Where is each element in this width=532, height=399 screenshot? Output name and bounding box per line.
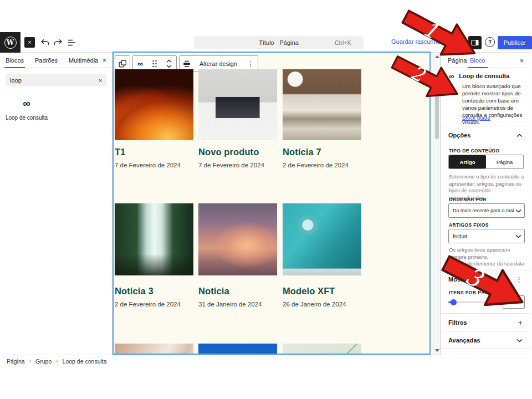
post-thumbnail-waterfall[interactable] xyxy=(115,203,193,275)
display-settings-icon xyxy=(182,59,192,69)
inserter-result-query-loop[interactable]: ∞ Loop de consulta xyxy=(3,98,50,121)
breadcrumb-separator-icon: › xyxy=(56,358,58,364)
chevron-down-icon xyxy=(515,209,521,213)
query-loop-icon: ∞ xyxy=(137,60,143,68)
divider xyxy=(441,126,530,126)
list-view-icon xyxy=(66,37,77,48)
block-search-box[interactable]: × xyxy=(6,74,106,86)
advanced-section-header[interactable]: Avançadas xyxy=(441,332,530,349)
post-thumbnail-fire[interactable] xyxy=(115,69,193,140)
query-loop-icon: ∞ xyxy=(3,98,50,109)
kebab-icon: ⋮ xyxy=(247,60,254,68)
post-thumbnail-sage-placeholder[interactable] xyxy=(283,344,361,355)
command-shortcut: Ctrl+K xyxy=(335,39,364,46)
close-sidebar-icon[interactable]: × xyxy=(520,57,524,65)
drag-dots-icon xyxy=(151,59,158,68)
content-type-option-artigo[interactable]: Artigo xyxy=(449,155,486,168)
wordpress-w-icon: W xyxy=(4,37,17,49)
close-icon: × xyxy=(28,39,31,45)
divider xyxy=(441,331,530,331)
chevron-down-icon xyxy=(515,234,521,238)
editor-canvas: ∞ Alterar design ⋮ xyxy=(112,52,431,355)
post-thumbnail-blue-sky[interactable] xyxy=(198,344,277,355)
content-type-label: TIPO DE CONTEÚDO xyxy=(449,148,532,154)
breadcrumb: Página › Grupo › Loop de consulta xyxy=(0,355,530,367)
block-guide-link[interactable]: Block guide xyxy=(462,115,532,121)
block-inserter-panel: Blocos Padrões Multimédia × × ∞ Loop de … xyxy=(0,53,112,355)
help-icon: ? xyxy=(488,39,492,45)
post-card xyxy=(115,344,193,355)
post-title[interactable]: T1 xyxy=(115,147,193,157)
post-date: 2 de Fevereiro de 2024 xyxy=(283,162,361,168)
clear-search-icon[interactable]: × xyxy=(94,77,106,84)
divider xyxy=(441,349,530,349)
filters-header-label: Filtros xyxy=(448,319,467,326)
chevron-down-icon xyxy=(516,339,523,342)
wordpress-block-editor: W × Título · Página Ctrl+K Guardar rascu… xyxy=(0,0,532,399)
post-title[interactable]: Notícia 3 xyxy=(115,286,193,296)
inserter-tabs: Blocos Padrões Multimédia × xyxy=(0,53,112,68)
chevron-up-icon xyxy=(516,134,523,137)
parent-block-icon xyxy=(117,59,127,69)
wordpress-logo[interactable]: W xyxy=(0,32,21,53)
post-title[interactable]: Modelo XFT xyxy=(283,286,361,296)
block-search-input[interactable] xyxy=(6,77,94,84)
post-card: Notícia 7 2 de Fevereiro de 2024 xyxy=(283,69,361,168)
order-by-value: Do mais recente para o mais antigo xyxy=(453,208,514,213)
move-up-down-icon xyxy=(165,59,173,69)
close-panel-icon[interactable]: × xyxy=(103,57,106,64)
close-inserter-button[interactable]: × xyxy=(24,37,35,48)
post-title[interactable]: Notícia xyxy=(198,286,277,296)
post-date: 31 de Janeiro de 2024 xyxy=(198,301,277,308)
post-thumbnail-teal-car[interactable] xyxy=(283,203,361,275)
sticky-posts-select[interactable]: Incluir xyxy=(448,229,525,243)
scroll-down-arrow-icon[interactable] xyxy=(435,349,439,352)
post-card: Novo produto 7 de Fevereiro de 2024 xyxy=(198,69,277,168)
post-date: 7 de Fevereiro de 2024 xyxy=(115,162,193,168)
breadcrumb-query-loop[interactable]: Loop de consulta xyxy=(63,358,107,365)
inserter-result-label: Loop de consulta xyxy=(3,114,50,121)
kebab-icon: ⋮ xyxy=(521,38,529,47)
tab-media[interactable]: Multimédia xyxy=(63,53,104,68)
post-card: T1 7 de Fevereiro de 2024 xyxy=(115,69,193,168)
sticky-posts-value: Incluir xyxy=(453,233,468,239)
content-type-option-pagina[interactable]: Página xyxy=(486,155,523,168)
post-date: 2 de Fevereiro de 2024 xyxy=(115,301,193,308)
help-button[interactable]: ? xyxy=(485,37,495,47)
undo-icon xyxy=(39,37,50,48)
post-date: 26 de Janeiro de 2024 xyxy=(283,301,361,308)
redo-icon xyxy=(53,37,64,48)
sticky-posts-label: ARTIGOS FIXOS xyxy=(449,222,532,228)
undo-button[interactable] xyxy=(39,37,51,49)
post-title[interactable]: Notícia 7 xyxy=(283,147,361,157)
options-menu-button[interactable]: ⋮ xyxy=(520,36,530,49)
breadcrumb-group[interactable]: Grupo xyxy=(35,358,52,365)
breadcrumb-separator-icon: › xyxy=(29,358,31,364)
post-card: Notícia 3 2 de Fevereiro de 2024 xyxy=(115,203,193,308)
options-section-header[interactable]: Opções xyxy=(441,127,530,144)
tab-blocks[interactable]: Blocos xyxy=(0,53,29,68)
post-card xyxy=(198,344,277,355)
redo-button[interactable] xyxy=(52,37,64,49)
content-type-toggle: Artigo Página xyxy=(448,155,524,169)
order-by-label: ORDENAR POR xyxy=(449,197,532,202)
breadcrumb-page[interactable]: Página xyxy=(7,358,25,365)
tab-patterns[interactable]: Padrões xyxy=(29,53,63,68)
post-thumbnail-beige-abstract[interactable] xyxy=(115,344,193,355)
post-card: Notícia 31 de Janeiro de 2024 xyxy=(198,203,277,308)
post-card xyxy=(283,344,361,355)
post-card: Modelo XFT 26 de Janeiro de 2024 xyxy=(283,203,361,308)
add-filter-button[interactable]: + xyxy=(518,319,523,326)
command-palette[interactable]: Título · Página Ctrl+K xyxy=(194,36,364,49)
options-header-label: Opções xyxy=(448,132,470,139)
post-title[interactable]: Novo produto xyxy=(198,147,277,157)
list-view-button[interactable] xyxy=(65,37,78,49)
items-per-page-slider-thumb[interactable] xyxy=(451,299,457,305)
order-by-select[interactable]: Do mais recente para o mais antigo xyxy=(448,203,525,218)
advanced-header-label: Avançadas xyxy=(448,337,480,344)
post-date: 7 de Fevereiro de 2024 xyxy=(198,162,277,168)
document-title: Título · Página xyxy=(194,39,335,46)
post-thumbnail-phones[interactable] xyxy=(198,69,277,140)
post-thumbnail-sunset-clouds[interactable] xyxy=(198,203,277,275)
post-thumbnail-newspapers[interactable] xyxy=(283,69,361,140)
